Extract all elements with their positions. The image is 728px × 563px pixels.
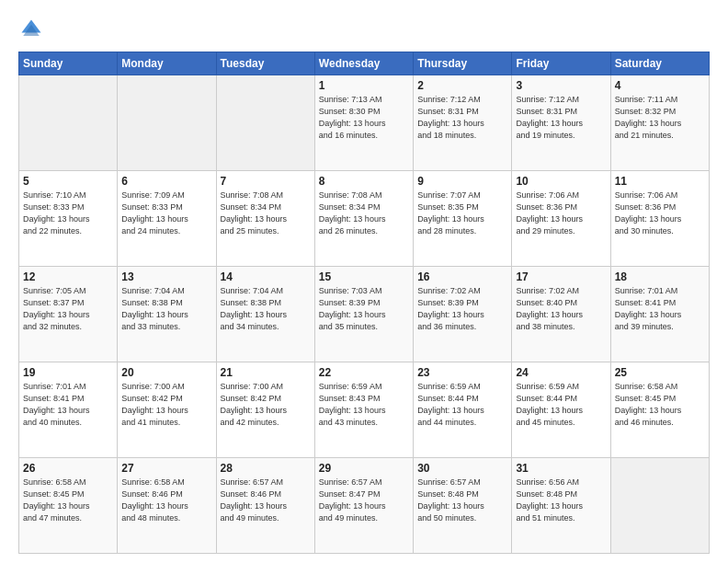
calendar-cell: 6Sunrise: 7:09 AM Sunset: 8:33 PM Daylig…	[118, 171, 216, 267]
day-info: Sunrise: 7:11 AM Sunset: 8:32 PM Dayligh…	[615, 94, 705, 142]
day-info: Sunrise: 6:58 AM Sunset: 8:45 PM Dayligh…	[615, 381, 705, 429]
calendar-cell: 9Sunrise: 7:07 AM Sunset: 8:35 PM Daylig…	[414, 171, 512, 267]
day-number: 6	[121, 175, 211, 188]
day-info: Sunrise: 7:08 AM Sunset: 8:34 PM Dayligh…	[319, 190, 409, 237]
calendar-cell: 4Sunrise: 7:11 AM Sunset: 8:32 PM Daylig…	[610, 75, 709, 171]
calendar-cell: 29Sunrise: 6:57 AM Sunset: 8:47 PM Dayli…	[314, 458, 413, 554]
calendar-cell: 5Sunrise: 7:10 AM Sunset: 8:33 PM Daylig…	[19, 171, 118, 267]
calendar-week-row: 1Sunrise: 7:13 AM Sunset: 8:30 PM Daylig…	[19, 75, 710, 171]
day-info: Sunrise: 7:02 AM Sunset: 8:39 PM Dayligh…	[417, 285, 507, 333]
day-number: 20	[121, 366, 211, 379]
day-info: Sunrise: 7:04 AM Sunset: 8:38 PM Dayligh…	[121, 285, 211, 333]
day-info: Sunrise: 6:58 AM Sunset: 8:46 PM Dayligh…	[121, 477, 211, 524]
day-info: Sunrise: 7:01 AM Sunset: 8:41 PM Dayligh…	[23, 381, 113, 429]
calendar-cell: 22Sunrise: 6:59 AM Sunset: 8:43 PM Dayli…	[314, 362, 413, 458]
day-info: Sunrise: 7:01 AM Sunset: 8:41 PM Dayligh…	[615, 285, 705, 333]
day-info: Sunrise: 7:10 AM Sunset: 8:33 PM Dayligh…	[23, 190, 113, 237]
day-number: 1	[319, 79, 409, 92]
page: SundayMondayTuesdayWednesdayThursdayFrid…	[0, 0, 728, 563]
calendar-cell: 14Sunrise: 7:04 AM Sunset: 8:38 PM Dayli…	[216, 267, 314, 362]
day-number: 17	[516, 270, 606, 283]
day-info: Sunrise: 6:57 AM Sunset: 8:46 PM Dayligh…	[221, 477, 311, 524]
day-info: Sunrise: 7:12 AM Sunset: 8:31 PM Dayligh…	[417, 94, 507, 142]
day-info: Sunrise: 7:07 AM Sunset: 8:35 PM Dayligh…	[417, 190, 507, 237]
day-info: Sunrise: 6:58 AM Sunset: 8:45 PM Dayligh…	[23, 477, 113, 524]
weekday-header: Monday	[118, 52, 216, 75]
calendar-cell: 20Sunrise: 7:00 AM Sunset: 8:42 PM Dayli…	[118, 362, 216, 458]
calendar-table: SundayMondayTuesdayWednesdayThursdayFrid…	[18, 52, 710, 554]
calendar-cell: 23Sunrise: 6:59 AM Sunset: 8:44 PM Dayli…	[414, 362, 512, 458]
day-number: 9	[417, 175, 507, 188]
day-number: 30	[417, 462, 507, 475]
calendar-cell: 18Sunrise: 7:01 AM Sunset: 8:41 PM Dayli…	[610, 267, 709, 362]
calendar-cell: 2Sunrise: 7:12 AM Sunset: 8:31 PM Daylig…	[414, 75, 512, 171]
day-number: 28	[221, 462, 311, 475]
header	[18, 17, 710, 42]
calendar-cell	[19, 75, 118, 171]
weekday-header: Wednesday	[314, 52, 413, 75]
calendar-cell: 28Sunrise: 6:57 AM Sunset: 8:46 PM Dayli…	[216, 458, 314, 554]
calendar-cell	[216, 75, 314, 171]
day-info: Sunrise: 7:09 AM Sunset: 8:33 PM Dayligh…	[121, 190, 211, 237]
day-info: Sunrise: 6:59 AM Sunset: 8:44 PM Dayligh…	[516, 381, 606, 429]
day-info: Sunrise: 7:05 AM Sunset: 8:37 PM Dayligh…	[23, 285, 113, 333]
day-info: Sunrise: 6:59 AM Sunset: 8:44 PM Dayligh…	[417, 381, 507, 429]
day-info: Sunrise: 7:06 AM Sunset: 8:36 PM Dayligh…	[615, 190, 705, 237]
calendar-cell: 12Sunrise: 7:05 AM Sunset: 8:37 PM Dayli…	[19, 267, 118, 362]
weekday-header: Sunday	[19, 52, 118, 75]
logo-icon	[18, 17, 44, 42]
calendar-cell: 7Sunrise: 7:08 AM Sunset: 8:34 PM Daylig…	[216, 171, 314, 267]
day-number: 24	[516, 366, 606, 379]
calendar-cell: 11Sunrise: 7:06 AM Sunset: 8:36 PM Dayli…	[610, 171, 709, 267]
weekday-header: Tuesday	[216, 52, 314, 75]
day-number: 25	[615, 366, 705, 379]
day-number: 7	[221, 175, 311, 188]
calendar-cell: 19Sunrise: 7:01 AM Sunset: 8:41 PM Dayli…	[19, 362, 118, 458]
calendar-week-row: 5Sunrise: 7:10 AM Sunset: 8:33 PM Daylig…	[19, 171, 710, 267]
weekday-header: Thursday	[414, 52, 512, 75]
day-number: 31	[516, 462, 606, 475]
weekday-header: Saturday	[610, 52, 709, 75]
calendar-header-row: SundayMondayTuesdayWednesdayThursdayFrid…	[19, 52, 710, 75]
calendar-cell: 30Sunrise: 6:57 AM Sunset: 8:48 PM Dayli…	[414, 458, 512, 554]
day-info: Sunrise: 6:59 AM Sunset: 8:43 PM Dayligh…	[319, 381, 409, 429]
day-info: Sunrise: 6:56 AM Sunset: 8:48 PM Dayligh…	[516, 477, 606, 524]
calendar-cell: 27Sunrise: 6:58 AM Sunset: 8:46 PM Dayli…	[118, 458, 216, 554]
day-number: 15	[319, 270, 409, 283]
day-number: 4	[615, 79, 705, 92]
logo	[18, 17, 48, 42]
day-info: Sunrise: 7:00 AM Sunset: 8:42 PM Dayligh…	[121, 381, 211, 429]
day-number: 29	[319, 462, 409, 475]
calendar-cell	[610, 458, 709, 554]
calendar-cell: 13Sunrise: 7:04 AM Sunset: 8:38 PM Dayli…	[118, 267, 216, 362]
calendar-cell: 8Sunrise: 7:08 AM Sunset: 8:34 PM Daylig…	[314, 171, 413, 267]
day-number: 5	[23, 175, 113, 188]
day-number: 13	[121, 270, 211, 283]
calendar-cell: 3Sunrise: 7:12 AM Sunset: 8:31 PM Daylig…	[512, 75, 610, 171]
day-info: Sunrise: 7:13 AM Sunset: 8:30 PM Dayligh…	[319, 94, 409, 142]
day-info: Sunrise: 7:02 AM Sunset: 8:40 PM Dayligh…	[516, 285, 606, 333]
day-info: Sunrise: 7:06 AM Sunset: 8:36 PM Dayligh…	[516, 190, 606, 237]
calendar-cell: 24Sunrise: 6:59 AM Sunset: 8:44 PM Dayli…	[512, 362, 610, 458]
calendar-week-row: 12Sunrise: 7:05 AM Sunset: 8:37 PM Dayli…	[19, 267, 710, 362]
day-info: Sunrise: 7:03 AM Sunset: 8:39 PM Dayligh…	[319, 285, 409, 333]
day-number: 2	[417, 79, 507, 92]
day-number: 3	[516, 79, 606, 92]
calendar-cell	[118, 75, 216, 171]
calendar-cell: 10Sunrise: 7:06 AM Sunset: 8:36 PM Dayli…	[512, 171, 610, 267]
day-number: 23	[417, 366, 507, 379]
day-number: 26	[23, 462, 113, 475]
calendar-cell: 21Sunrise: 7:00 AM Sunset: 8:42 PM Dayli…	[216, 362, 314, 458]
calendar-week-row: 19Sunrise: 7:01 AM Sunset: 8:41 PM Dayli…	[19, 362, 710, 458]
day-number: 14	[221, 270, 311, 283]
calendar-cell: 17Sunrise: 7:02 AM Sunset: 8:40 PM Dayli…	[512, 267, 610, 362]
day-number: 8	[319, 175, 409, 188]
calendar-cell: 25Sunrise: 6:58 AM Sunset: 8:45 PM Dayli…	[610, 362, 709, 458]
calendar-cell: 31Sunrise: 6:56 AM Sunset: 8:48 PM Dayli…	[512, 458, 610, 554]
day-number: 18	[615, 270, 705, 283]
day-info: Sunrise: 7:12 AM Sunset: 8:31 PM Dayligh…	[516, 94, 606, 142]
calendar-cell: 16Sunrise: 7:02 AM Sunset: 8:39 PM Dayli…	[414, 267, 512, 362]
calendar-cell: 1Sunrise: 7:13 AM Sunset: 8:30 PM Daylig…	[314, 75, 413, 171]
day-number: 10	[516, 175, 606, 188]
calendar-cell: 15Sunrise: 7:03 AM Sunset: 8:39 PM Dayli…	[314, 267, 413, 362]
